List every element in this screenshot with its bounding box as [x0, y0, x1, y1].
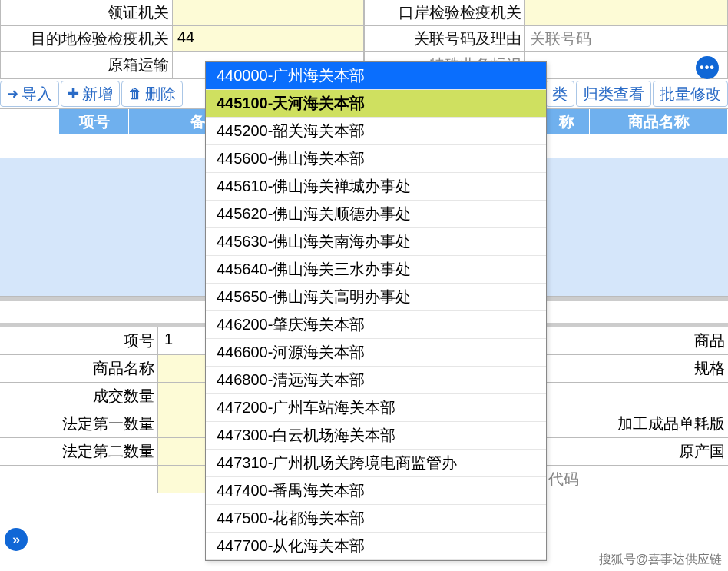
dl-index: 项号 [0, 327, 158, 354]
dropdown-option[interactable]: 447500-花都海关本部 [206, 505, 546, 533]
label-kajyjg: 口岸检验检疫机关 [364, 0, 525, 25]
input-mddjyjg[interactable]: 44 [173, 26, 364, 51]
dropdown-option[interactable]: 445200-韶关海关本部 [206, 118, 546, 145]
plus-icon: ✚ [68, 85, 79, 102]
customs-dropdown[interactable]: 440000-广州海关本部445100-天河海关本部445200-韶关海关本部4… [205, 61, 547, 561]
table-corner [0, 109, 60, 134]
dropdown-option[interactable]: 447310-广州机场关跨境电商监管办 [206, 450, 546, 477]
dr-process: 加工成品单耗版 [542, 410, 728, 437]
col-name1: 称 [544, 109, 590, 134]
dropdown-option[interactable]: 446600-河源海关本部 [206, 339, 546, 367]
dropdown-option[interactable]: 445620-佛山海关顺德办事处 [206, 201, 546, 228]
trash-icon: 🗑 [128, 86, 142, 102]
dropdown-option[interactable]: 445600-佛山海关本部 [206, 145, 546, 173]
category-button[interactable]: 类 [545, 81, 574, 107]
watermark: 搜狐号@喜事达供应链 [599, 552, 722, 568]
import-label: 导入 [22, 84, 52, 105]
code-hint[interactable]: 代码 [542, 466, 728, 493]
dropdown-option[interactable]: 445630-佛山海关南海办事处 [206, 228, 546, 256]
dl-deal-qty: 成交数量 [0, 383, 158, 410]
input-lzjg[interactable] [173, 0, 364, 25]
dots-icon: ••• [700, 61, 715, 75]
dl-goods-name: 商品名称 [0, 355, 158, 382]
input-kajyjg[interactable] [525, 0, 728, 25]
dropdown-option[interactable]: 447300-白云机场海关本部 [206, 422, 546, 450]
dr-origin: 原产国 [542, 438, 728, 465]
label-yxys: 原箱运输 [0, 52, 173, 78]
dropdown-option[interactable]: 445650-佛山海关高明办事处 [206, 284, 546, 311]
dr-goods: 商品 [542, 327, 728, 354]
dropdown-option[interactable]: 446800-清远海关本部 [206, 367, 546, 394]
import-icon: ➜ [7, 85, 18, 102]
input-glhmly[interactable]: 关联号码 [525, 26, 728, 51]
dropdown-option[interactable]: 445640-佛山海关三水办事处 [206, 256, 546, 284]
dr-empty [542, 383, 728, 410]
label-glhmly: 关联号码及理由 [364, 26, 525, 51]
dropdown-option[interactable]: 447400-番禺海关本部 [206, 477, 546, 505]
more-button[interactable]: ••• [696, 56, 719, 79]
import-button[interactable]: ➜ 导入 [0, 81, 59, 107]
chevron-right-icon: » [12, 532, 20, 548]
view-category-button[interactable]: 归类查看 [576, 81, 651, 107]
dropdown-option[interactable]: 446200-肇庆海关本部 [206, 311, 546, 339]
col-index: 项号 [60, 109, 129, 134]
delete-button[interactable]: 🗑 删除 [121, 81, 183, 107]
dropdown-option[interactable]: 445100-天河海关本部 [206, 90, 546, 118]
dropdown-option[interactable]: 440000-广州海关本部 [206, 62, 546, 90]
delete-label: 删除 [145, 84, 176, 105]
dr-spec: 规格 [542, 355, 728, 382]
category-label: 类 [552, 84, 568, 105]
dropdown-option[interactable]: 447200-广州车站海关本部 [206, 394, 546, 422]
batch-edit-label: 批量修改 [660, 84, 721, 105]
add-button[interactable]: ✚ 新增 [61, 81, 120, 107]
label-lzjg: 领证机关 [0, 0, 173, 25]
expand-button[interactable]: » [5, 528, 28, 551]
dropdown-option[interactable]: 447710-从化海关马场办事处 [206, 560, 546, 561]
dropdown-option[interactable]: 445610-佛山海关禅城办事处 [206, 173, 546, 201]
dl-blank [0, 466, 158, 493]
view-category-label: 归类查看 [583, 84, 644, 105]
dl-legal-qty2: 法定第二数量 [0, 438, 158, 465]
batch-edit-button[interactable]: 批量修改 [653, 81, 728, 107]
label-mddjyjg: 目的地检验检疫机关 [0, 26, 173, 51]
dropdown-option[interactable]: 447700-从化海关本部 [206, 533, 546, 560]
dl-legal-qty1: 法定第一数量 [0, 410, 158, 437]
col-goods-name: 商品名称 [590, 109, 728, 134]
add-label: 新增 [82, 84, 113, 105]
